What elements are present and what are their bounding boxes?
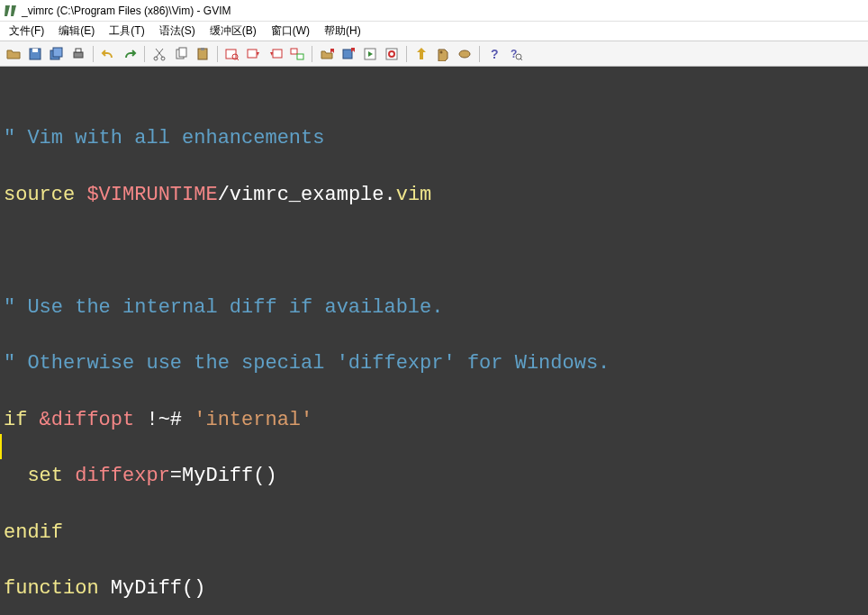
- window-title: _vimrc (C:\Program Files (x86)\Vim) - GV…: [22, 5, 231, 17]
- code-line: [4, 237, 864, 265]
- code-line: function MyDiff(): [4, 574, 864, 602]
- svg-rect-4: [74, 52, 83, 58]
- editor-area[interactable]: " Vim with all enhancements source $VIMR…: [0, 67, 868, 615]
- menu-edit[interactable]: 编辑(E): [51, 22, 102, 41]
- find-help-icon[interactable]: ?: [506, 44, 526, 64]
- code-line: source $VIMRUNTIME/vimrc_example.vim: [4, 181, 864, 209]
- svg-rect-11: [201, 48, 204, 50]
- svg-rect-14: [248, 50, 257, 58]
- svg-rect-18: [343, 50, 352, 59]
- toolbar: ? ?: [0, 41, 868, 67]
- separator: [93, 46, 94, 62]
- code-line: endif: [4, 519, 864, 547]
- cut-icon[interactable]: [149, 44, 169, 64]
- svg-text:?: ?: [491, 47, 499, 61]
- help-icon[interactable]: ?: [484, 44, 504, 64]
- svg-rect-16: [291, 49, 297, 54]
- save-icon[interactable]: [25, 44, 45, 64]
- svg-rect-17: [297, 54, 303, 59]
- undo-icon[interactable]: [98, 44, 118, 64]
- svg-rect-5: [76, 49, 81, 52]
- redo-icon[interactable]: [120, 44, 140, 64]
- replace-icon[interactable]: [287, 44, 307, 64]
- svg-rect-15: [273, 50, 282, 58]
- svg-rect-3: [53, 48, 62, 57]
- svg-point-23: [459, 50, 470, 58]
- print-icon[interactable]: [68, 44, 88, 64]
- menu-buffers[interactable]: 缓冲区(B): [203, 22, 264, 41]
- svg-rect-1: [32, 49, 38, 52]
- saveall-icon[interactable]: [47, 44, 67, 64]
- svg-rect-9: [179, 48, 186, 57]
- code-line: " Otherwise use the special 'diffexpr' f…: [4, 349, 864, 377]
- separator: [217, 46, 218, 62]
- separator: [312, 46, 312, 62]
- menu-tools[interactable]: 工具(T): [102, 22, 151, 41]
- code-line: " Vim with all enhancements: [4, 124, 864, 152]
- menubar: 文件(F) 编辑(E) 工具(T) 语法(S) 缓冲区(B) 窗口(W) 帮助(…: [0, 22, 868, 41]
- menu-syntax[interactable]: 语法(S): [152, 22, 203, 41]
- svg-point-22: [440, 50, 443, 53]
- find-icon[interactable]: [222, 44, 242, 64]
- separator: [479, 46, 480, 62]
- menu-help[interactable]: 帮助(H): [317, 22, 368, 41]
- code-line: if &diffopt !~# 'internal': [4, 406, 864, 434]
- menu-file[interactable]: 文件(F): [2, 22, 51, 41]
- open-icon[interactable]: [4, 44, 23, 64]
- run-script-icon[interactable]: [360, 44, 380, 64]
- copy-icon[interactable]: [171, 44, 191, 64]
- make-icon[interactable]: [382, 44, 402, 64]
- shell-icon[interactable]: [411, 44, 431, 64]
- session-save-icon[interactable]: [339, 44, 358, 64]
- findnext-icon[interactable]: [244, 44, 264, 64]
- svg-rect-20: [386, 49, 397, 59]
- paste-icon[interactable]: [193, 44, 212, 64]
- findprev-icon[interactable]: [266, 44, 285, 64]
- tags-jump-icon[interactable]: [455, 44, 475, 64]
- separator: [406, 46, 407, 62]
- code-line: " Use the internal diff if available.: [4, 294, 864, 321]
- session-load-icon[interactable]: [317, 44, 337, 64]
- ctags-icon[interactable]: [433, 44, 453, 64]
- separator: [144, 46, 145, 62]
- titlebar: _vimrc (C:\Program Files (x86)\Vim) - GV…: [0, 0, 868, 22]
- app-icon: [4, 4, 18, 18]
- cursor: [0, 434, 2, 459]
- menu-window[interactable]: 窗口(W): [264, 22, 317, 41]
- code-line: set diffexpr=MyDiff(): [4, 462, 864, 490]
